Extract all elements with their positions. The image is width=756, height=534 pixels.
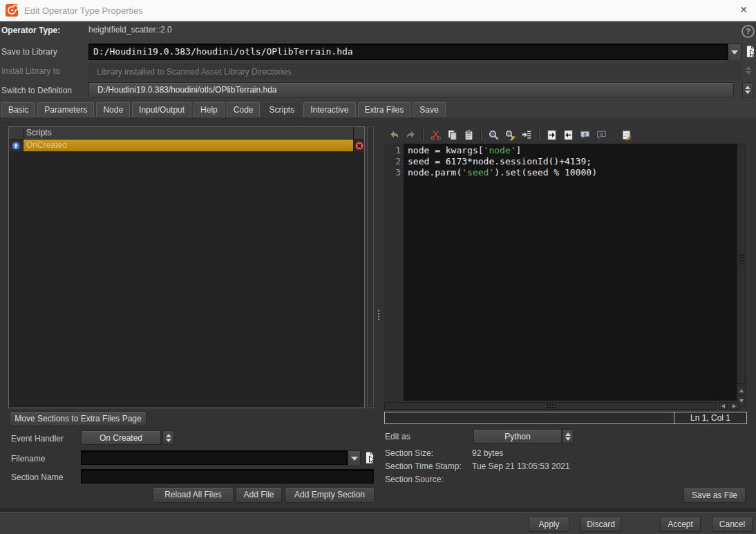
code-editor[interactable]: 123 node = kwargs['node']seed = 6173*nod… <box>384 144 737 401</box>
panel-splitter-grip[interactable] <box>377 309 381 321</box>
red-x-icon <box>355 141 364 151</box>
vertical-scrollbar[interactable] <box>737 144 746 384</box>
add-file-button[interactable]: Add File <box>236 487 282 503</box>
edit-as-stepper[interactable] <box>562 429 574 444</box>
section-timestamp-label: Section Time Stamp: <box>385 461 462 471</box>
sections-list-panel: Scripts OnCreated <box>8 126 365 408</box>
tab-interactive[interactable]: Interactive <box>303 102 355 117</box>
event-script-icon-cell <box>9 140 23 151</box>
list-item-label[interactable]: OnCreated <box>23 140 353 151</box>
code-lines[interactable]: node = kwargs['node']seed = 6173*node.se… <box>404 144 737 401</box>
switch-definition-stepper[interactable] <box>742 82 753 97</box>
cut-icon[interactable] <box>429 128 442 142</box>
install-library-stepper <box>744 64 753 77</box>
section-size-label: Section Size: <box>385 448 433 458</box>
edit-as-combo[interactable]: Python <box>473 429 562 444</box>
save-to-library-file-chooser-icon[interactable] <box>744 44 756 59</box>
horizontal-scrollbar-grip[interactable] <box>546 403 556 408</box>
discard-button[interactable]: Discard <box>580 517 621 532</box>
section-name-label: Section Name <box>11 473 63 482</box>
toolbar-separator <box>613 128 614 141</box>
scroll-up-button[interactable] <box>737 385 746 395</box>
event-handler-combo[interactable]: On Created <box>81 430 161 445</box>
tab-extra-files[interactable]: Extra Files <box>358 102 411 117</box>
tab-save[interactable]: Save <box>413 102 445 117</box>
svg-text:#: # <box>583 131 587 137</box>
save-to-library-input[interactable]: D:/Houdini19.0.383/houdini/otls/OPlibTer… <box>88 44 728 60</box>
svg-text:#: # <box>600 131 603 137</box>
toolbar-separator <box>422 128 424 141</box>
tab-parameters[interactable]: Parameters <box>37 102 94 117</box>
filename-label: Filename <box>11 454 45 464</box>
external-editor-icon[interactable] <box>620 128 633 142</box>
vertical-scrollbar-grip[interactable] <box>739 254 744 263</box>
switch-definition-combo[interactable]: D:/Houdini19.0.383/houdini/otls/OPlibTer… <box>88 82 734 97</box>
sections-header-title: Scripts <box>23 127 353 139</box>
tab-help[interactable]: Help <box>193 102 225 117</box>
filename-input[interactable] <box>81 450 348 465</box>
houdini-logo-icon <box>6 4 18 17</box>
toolbar-separator <box>480 128 482 141</box>
indent-more-icon[interactable] <box>545 128 558 142</box>
right-arrow-icon <box>733 404 736 408</box>
event-handler-label: Event Handler <box>11 434 64 444</box>
indent-less-icon[interactable] <box>562 128 575 142</box>
tab-input-output[interactable]: Input/Output <box>132 102 191 117</box>
reload-all-files-button[interactable]: Reload All Files <box>153 487 234 503</box>
filename-file-chooser-icon[interactable] <box>363 450 376 465</box>
title-bar: Edit Operator Type Properties ✕ <box>0 0 756 21</box>
edit-operator-type-properties-dialog: Edit Operator Type Properties ✕ Operator… <box>0 0 756 534</box>
close-icon[interactable]: ✕ <box>739 4 748 15</box>
install-library-field: Library installed to Scanned Asset Libra… <box>88 64 742 79</box>
event-handler-stepper[interactable] <box>162 430 174 445</box>
tab-node[interactable]: Node <box>96 102 130 117</box>
accept-button[interactable]: Accept <box>660 517 701 532</box>
copy-icon[interactable] <box>446 128 459 142</box>
save-as-file-button[interactable]: Save as File <box>683 488 746 503</box>
tab-scripts[interactable]: Scripts <box>262 102 301 117</box>
save-to-library-label: Save to Library <box>1 46 57 57</box>
section-size-value: 92 bytes <box>472 448 503 458</box>
cursor-position-indicator: Ln 1, Col 1 <box>674 412 747 424</box>
sections-list-scrollbar[interactable] <box>367 126 374 408</box>
section-source-label: Section Source: <box>385 475 444 484</box>
content-area: Scripts OnCreated ## 123 node = kwargs['… <box>0 117 756 508</box>
apply-button[interactable]: Apply <box>529 517 569 532</box>
up-arrow-icon <box>739 389 744 392</box>
tab-code[interactable]: Code <box>227 102 261 117</box>
cancel-button[interactable]: Cancel <box>712 517 753 532</box>
scroll-right-button[interactable] <box>730 402 739 410</box>
tab-basic[interactable]: Basic <box>1 102 35 117</box>
find-icon[interactable] <box>487 128 500 142</box>
uncomment-icon[interactable]: # <box>595 128 608 142</box>
undo-icon[interactable] <box>388 128 401 142</box>
install-library-label: Install Library to <box>1 66 60 77</box>
delete-section-button[interactable] <box>353 140 364 151</box>
sections-header-icon-cell <box>9 127 23 139</box>
chevron-down-icon <box>731 50 738 55</box>
toolbar-separator <box>538 128 540 141</box>
down-arrow-icon <box>739 399 744 403</box>
editor-toolbar: ## <box>386 127 634 142</box>
redo-icon[interactable] <box>404 128 417 142</box>
filename-dropdown-button[interactable] <box>348 450 361 466</box>
horizontal-scrollbar[interactable] <box>384 402 716 410</box>
list-item[interactable]: OnCreated <box>9 140 364 151</box>
edit-as-label: Edit as <box>385 432 410 441</box>
section-name-input[interactable] <box>81 469 374 484</box>
move-sections-button[interactable]: Move Sections to Extra Files Page <box>10 411 147 426</box>
comment-icon[interactable]: # <box>578 128 592 142</box>
save-to-library-dropdown-button[interactable] <box>728 44 741 61</box>
add-empty-section-button[interactable]: Add Empty Section <box>285 487 375 503</box>
help-icon[interactable]: ? <box>741 25 755 38</box>
switch-definition-label: Switch to Definition <box>1 85 72 96</box>
left-arrow-icon <box>721 404 725 408</box>
scroll-left-button[interactable] <box>719 402 728 410</box>
window-title: Edit Operator Type Properties <box>24 6 143 16</box>
editor-message-bar <box>384 412 674 424</box>
code-gutter: 123 <box>384 144 404 401</box>
find-replace-icon[interactable] <box>504 128 517 142</box>
operator-type-value: heightfield_scatter::2.0 <box>88 25 172 35</box>
goto-line-icon[interactable] <box>520 128 533 142</box>
paste-icon[interactable] <box>462 128 475 142</box>
